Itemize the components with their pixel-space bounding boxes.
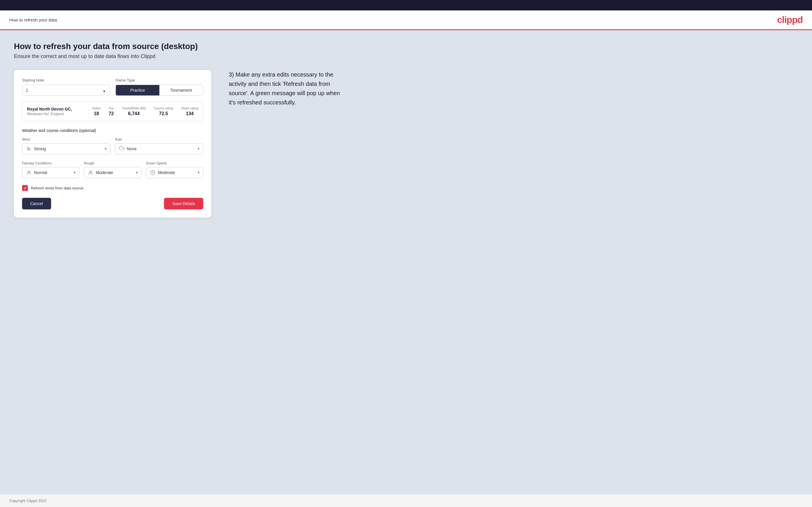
- fairway-arrow-icon: ▾: [74, 171, 75, 175]
- slope-rating-stat: Slope rating 134: [181, 106, 198, 116]
- rough-label: Rough: [84, 161, 141, 165]
- save-details-button[interactable]: Save Details: [164, 198, 203, 210]
- wind-dropdown[interactable]: Strong ▾: [22, 143, 110, 154]
- rain-label: Rain: [115, 137, 203, 142]
- content-row: Starting Hole 1 10 ▾ Game Type Practice …: [14, 70, 798, 218]
- green-speed-label: Green Speed: [146, 161, 203, 165]
- game-type-label: Game Type: [115, 78, 203, 82]
- rough-group: Rough Moderate ▾: [84, 161, 141, 178]
- conditions-title: Weather and course conditions (optional): [22, 128, 203, 133]
- fairway-value: Normal: [34, 170, 74, 175]
- yards-stat: Yards/White (M)) 6,744: [122, 106, 146, 116]
- fairway-group: Fairway Conditions Normal ▾: [22, 161, 79, 178]
- sidebar-description: 3) Make any extra edits necessary to the…: [229, 70, 345, 107]
- header: How to refresh your data clippd: [0, 10, 812, 30]
- starting-hole-dropdown[interactable]: 1 10: [22, 85, 109, 96]
- wind-icon: [26, 146, 32, 152]
- game-type-toggle: Practice Tournament: [115, 85, 203, 96]
- starting-hole-select[interactable]: 1 10 ▾: [22, 85, 110, 96]
- course-rating-label: Course rating: [154, 106, 173, 110]
- holes-label: Holes: [92, 106, 100, 110]
- rain-dropdown[interactable]: None ▾: [115, 143, 203, 154]
- course-name-block: Royal North Devon GC, Westward Ho!, Engl…: [27, 107, 85, 116]
- practice-button[interactable]: Practice: [116, 85, 159, 96]
- game-type-group: Game Type Practice Tournament: [115, 78, 203, 96]
- holes-value: 18: [94, 111, 99, 116]
- green-speed-dropdown[interactable]: Moderate ▾: [146, 167, 203, 178]
- par-value: 72: [109, 111, 114, 116]
- rough-dropdown[interactable]: Moderate ▾: [84, 167, 141, 178]
- course-name: Royal North Devon GC,: [27, 107, 85, 111]
- page-heading: How to refresh your data from source (de…: [14, 42, 798, 51]
- rain-icon: [119, 146, 124, 152]
- main-content: How to refresh your data from source (de…: [0, 30, 812, 495]
- form-card: Starting Hole 1 10 ▾ Game Type Practice …: [14, 70, 211, 218]
- refresh-checkbox-label: Refresh shots from data source: [31, 186, 83, 190]
- wind-arrow-icon: ▾: [105, 147, 107, 151]
- header-title: How to refresh your data: [9, 17, 57, 22]
- fairway-icon: [26, 170, 32, 175]
- course-rating-value: 72.5: [159, 111, 168, 116]
- course-rating-stat: Course rating 72.5: [154, 106, 173, 116]
- tournament-button[interactable]: Tournament: [159, 85, 203, 96]
- sidebar-text: 3) Make any extra edits necessary to the…: [229, 70, 345, 107]
- rain-value: None: [127, 147, 198, 151]
- logo: clippd: [777, 14, 803, 25]
- green-speed-group: Green Speed Moderate ▾: [146, 161, 203, 178]
- course-stats: Holes 18 Par 72 Yards/White (M)) 6,744: [92, 106, 198, 116]
- par-stat: Par 72: [109, 106, 114, 116]
- wind-label: Wind: [22, 137, 110, 142]
- starting-hole-group: Starting Hole 1 10 ▾: [22, 78, 110, 96]
- wind-value: Strong: [34, 147, 105, 151]
- cancel-button[interactable]: Cancel: [22, 198, 51, 210]
- green-speed-value: Moderate: [158, 170, 198, 175]
- rough-value: Moderate: [96, 170, 136, 175]
- refresh-checkbox-row: Refresh shots from data source: [22, 185, 203, 191]
- refresh-checkbox[interactable]: [22, 185, 28, 191]
- yards-label: Yards/White (M)): [122, 106, 146, 110]
- yards-value: 6,744: [128, 111, 140, 116]
- starting-hole-label: Starting Hole: [22, 78, 110, 82]
- fairway-label: Fairway Conditions: [22, 161, 79, 165]
- conditions-row-2: Fairway Conditions Normal ▾ Rough: [22, 161, 203, 178]
- rain-arrow-icon: ▾: [198, 147, 199, 151]
- footer: Copyright Clippd 2022: [0, 495, 812, 507]
- rain-group: Rain: [115, 137, 203, 154]
- green-speed-arrow-icon: ▾: [198, 171, 199, 175]
- holes-stat: Holes 18: [92, 106, 100, 116]
- wind-rain-row: Wind Strong ▾ Rain: [22, 137, 203, 154]
- course-info-row: Royal North Devon GC, Westward Ho!, Engl…: [27, 106, 198, 116]
- footer-copyright: Copyright Clippd 2022: [9, 499, 47, 503]
- page-subheading: Ensure the correct and most up to date d…: [14, 53, 798, 59]
- course-location: Westward Ho!, England: [27, 112, 85, 116]
- rough-arrow-icon: ▾: [136, 171, 138, 175]
- fairway-dropdown[interactable]: Normal ▾: [22, 167, 79, 178]
- rough-icon: [88, 170, 94, 175]
- svg-point-7: [90, 171, 92, 173]
- slope-rating-value: 134: [186, 111, 194, 116]
- wind-group: Wind Strong ▾: [22, 137, 110, 154]
- green-speed-icon: [150, 170, 156, 175]
- form-buttons-row: Cancel Save Details: [22, 198, 203, 210]
- form-top-row: Starting Hole 1 10 ▾ Game Type Practice …: [22, 78, 203, 96]
- svg-point-6: [28, 171, 30, 173]
- par-label: Par: [109, 106, 113, 110]
- slope-rating-label: Slope rating: [181, 106, 198, 110]
- top-bar: [0, 0, 812, 10]
- course-table: Royal North Devon GC, Westward Ho!, Engl…: [22, 102, 203, 121]
